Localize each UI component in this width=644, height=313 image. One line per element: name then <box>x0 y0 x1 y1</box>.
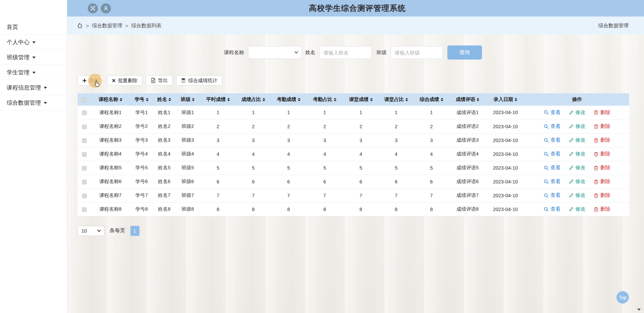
view-button[interactable]: 查看 <box>544 178 561 185</box>
sidebar: 首页个人中心班级管理学生管理课程信息管理综合数据管理 <box>0 0 67 313</box>
column-header-class-score[interactable]: 课堂成绩 <box>343 93 378 106</box>
cell-course: 课程名称7 <box>91 188 130 202</box>
breadcrumb-item-parent[interactable]: 综合数据管理 <box>92 23 122 29</box>
export-button[interactable]: 导出 <box>146 75 172 85</box>
edit-button[interactable]: 修改 <box>569 151 586 157</box>
view-button[interactable]: 查看 <box>544 151 561 157</box>
view-button[interactable]: 查看 <box>544 123 561 130</box>
batch-delete-button[interactable]: 批量删除 <box>107 75 142 85</box>
cell-name: 姓名6 <box>153 175 175 188</box>
cell-overall-score: 4 <box>414 147 449 161</box>
delete-button[interactable]: 删除 <box>594 192 610 199</box>
sidebar-item-2[interactable]: 班级管理 <box>0 50 67 65</box>
row-checkbox[interactable] <box>82 125 87 129</box>
column-header-course[interactable]: 课程名称 <box>91 93 130 106</box>
view-button[interactable]: 查看 <box>544 192 561 199</box>
cell-usual-score: 7 <box>200 188 236 202</box>
cell-name: 姓名8 <box>153 202 175 216</box>
column-header-usual-score[interactable]: 平时成绩 <box>200 93 236 106</box>
delete-button[interactable]: 删除 <box>594 151 610 157</box>
edit-button[interactable]: 修改 <box>569 206 586 212</box>
header-icon-group <box>88 3 111 13</box>
add-button-wrap: 添加 <box>78 75 104 85</box>
cell-entry-date: 2023-04-10 <box>486 161 525 175</box>
sidebar-item-1[interactable]: 个人中心 <box>0 35 67 50</box>
cell-score-ratio: 8 <box>236 202 271 216</box>
back-to-top-button[interactable]: Top <box>616 291 629 304</box>
home-icon[interactable] <box>77 23 83 29</box>
cell-class-score: 6 <box>343 175 378 188</box>
select-all-checkbox[interactable] <box>82 98 87 102</box>
edit-button[interactable]: 修改 <box>569 192 586 199</box>
edit-button[interactable]: 修改 <box>569 109 586 116</box>
pencil-icon <box>569 124 574 129</box>
edit-button[interactable]: 修改 <box>569 178 586 185</box>
cell-overall-score: 3 <box>414 133 449 147</box>
view-button[interactable]: 查看 <box>544 109 561 116</box>
column-header-score-ratio[interactable]: 成绩占比 <box>236 93 271 106</box>
action-label: 查看 <box>551 206 561 212</box>
column-header-class-ratio[interactable]: 课堂占比 <box>378 93 414 106</box>
sidebar-item-label: 首页 <box>7 23 18 31</box>
row-checkbox[interactable] <box>82 194 87 198</box>
page-size-select[interactable]: 10 <box>78 226 105 236</box>
pencil-icon <box>569 193 574 198</box>
row-checkbox[interactable] <box>82 166 87 171</box>
delete-button[interactable]: 删除 <box>594 109 610 116</box>
column-header-label: 录入日期 <box>494 96 513 103</box>
sidebar-item-5[interactable]: 综合数据管理 <box>0 95 67 110</box>
row-checkbox-cell <box>78 175 91 188</box>
breadcrumb-item-current[interactable]: 综合数据列表 <box>131 23 162 29</box>
view-button[interactable]: 查看 <box>544 206 561 212</box>
column-header-name[interactable]: 姓名 <box>153 93 175 106</box>
delete-button[interactable]: 删除 <box>594 178 610 185</box>
cell-course: 课程名称6 <box>91 175 130 188</box>
stats-button[interactable]: 综合成绩统计 <box>176 75 222 85</box>
page-button-1[interactable]: 1 <box>130 226 139 236</box>
view-button[interactable]: 查看 <box>544 137 561 143</box>
name-input[interactable] <box>319 46 372 59</box>
sidebar-item-4[interactable]: 课程信息管理 <box>0 80 67 95</box>
chevron-down-icon <box>32 57 36 59</box>
row-checkbox[interactable] <box>82 152 87 157</box>
class-input[interactable] <box>391 46 443 59</box>
actions-cell: 查看修改删除 <box>525 188 629 202</box>
cell-class-ratio: 1 <box>378 106 414 119</box>
delete-button[interactable]: 删除 <box>594 206 610 212</box>
add-button[interactable]: 添加 <box>78 75 104 85</box>
sidebar-item-0[interactable]: 首页 <box>0 20 67 35</box>
delete-button[interactable]: 删除 <box>594 123 610 130</box>
edit-button[interactable]: 修改 <box>569 123 586 130</box>
cell-name: 姓名5 <box>153 161 175 175</box>
edit-button[interactable]: 修改 <box>569 137 586 143</box>
column-header-class[interactable]: 班级 <box>175 93 200 106</box>
name-label: 姓名 <box>305 49 315 56</box>
column-header-inner: 考勤占比 <box>313 96 336 103</box>
column-header-overall-score[interactable]: 综合成绩 <box>414 93 449 106</box>
row-checkbox-cell <box>78 161 91 175</box>
row-checkbox[interactable] <box>82 180 87 184</box>
course-name-select[interactable] <box>248 46 302 59</box>
column-header-entry-date[interactable]: 录入日期 <box>486 93 525 106</box>
view-button[interactable]: 查看 <box>544 165 561 171</box>
cell-student-no: 学号3 <box>130 133 153 147</box>
row-checkbox[interactable] <box>82 207 87 212</box>
column-header-student-no[interactable]: 学号 <box>130 93 153 106</box>
user-button[interactable] <box>101 3 111 13</box>
delete-button[interactable]: 删除 <box>594 137 610 143</box>
fullscreen-button[interactable] <box>88 3 98 13</box>
column-header-attendance-ratio[interactable]: 考勤占比 <box>306 93 343 106</box>
edit-button[interactable]: 修改 <box>569 165 586 171</box>
row-checkbox[interactable] <box>82 138 87 143</box>
column-header-comment[interactable]: 成绩评语 <box>449 93 486 106</box>
action-label: 修改 <box>575 165 586 171</box>
chevron-down-icon <box>294 51 298 54</box>
search-button[interactable]: 查询 <box>447 45 482 60</box>
row-checkbox[interactable] <box>82 110 87 115</box>
x-icon <box>112 79 116 82</box>
column-header-attendance-score[interactable]: 考勤成绩 <box>271 93 306 106</box>
sort-icon <box>515 98 517 101</box>
sidebar-item-3[interactable]: 学生管理 <box>0 65 67 80</box>
cell-student-no: 学号1 <box>130 106 153 119</box>
delete-button[interactable]: 删除 <box>594 165 610 171</box>
